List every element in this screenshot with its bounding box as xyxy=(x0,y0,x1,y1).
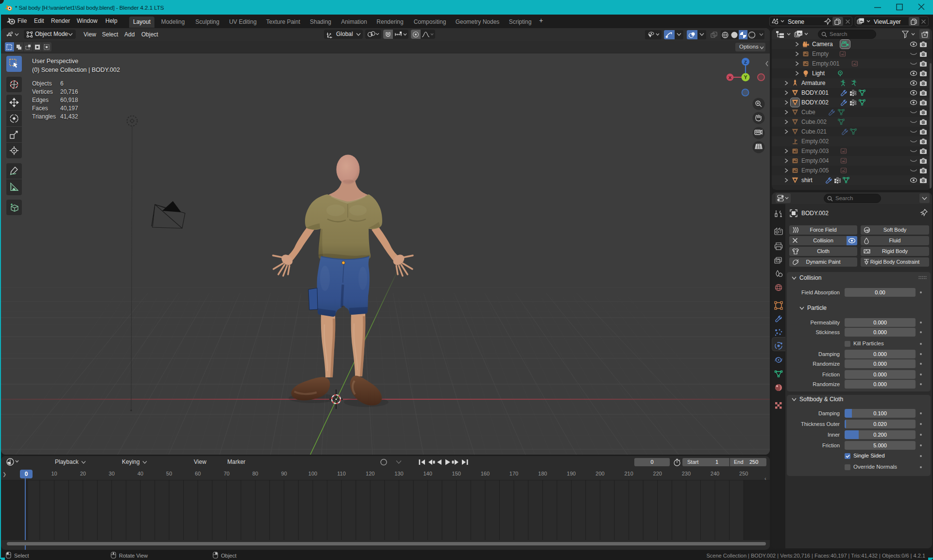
svg-text:10: 10 xyxy=(51,471,57,476)
svg-text:X: X xyxy=(729,75,732,80)
svg-text:150: 150 xyxy=(452,471,461,476)
svg-text:240: 240 xyxy=(711,471,719,476)
svg-text:20: 20 xyxy=(80,471,86,476)
svg-text:230: 230 xyxy=(682,471,691,476)
svg-text:60: 60 xyxy=(195,471,201,476)
svg-text:80: 80 xyxy=(252,471,258,476)
svg-text:160: 160 xyxy=(481,471,490,476)
svg-text:30: 30 xyxy=(109,471,115,476)
svg-text:90: 90 xyxy=(281,471,287,476)
svg-text:250: 250 xyxy=(739,471,748,476)
svg-text:100: 100 xyxy=(308,471,317,476)
svg-text:130: 130 xyxy=(394,471,403,476)
svg-text:Y: Y xyxy=(744,75,747,80)
svg-text:200: 200 xyxy=(595,471,604,476)
svg-text:190: 190 xyxy=(567,471,576,476)
svg-text:50: 50 xyxy=(166,471,172,476)
svg-text:210: 210 xyxy=(624,471,633,476)
svg-text:40: 40 xyxy=(137,471,143,476)
svg-text:140: 140 xyxy=(423,471,432,476)
svg-text:220: 220 xyxy=(653,471,662,476)
svg-text:170: 170 xyxy=(509,471,518,476)
svg-text:Z: Z xyxy=(744,59,747,65)
svg-text:70: 70 xyxy=(223,471,229,476)
svg-text:180: 180 xyxy=(538,471,547,476)
svg-text:110: 110 xyxy=(337,471,346,476)
svg-text:120: 120 xyxy=(366,471,374,476)
